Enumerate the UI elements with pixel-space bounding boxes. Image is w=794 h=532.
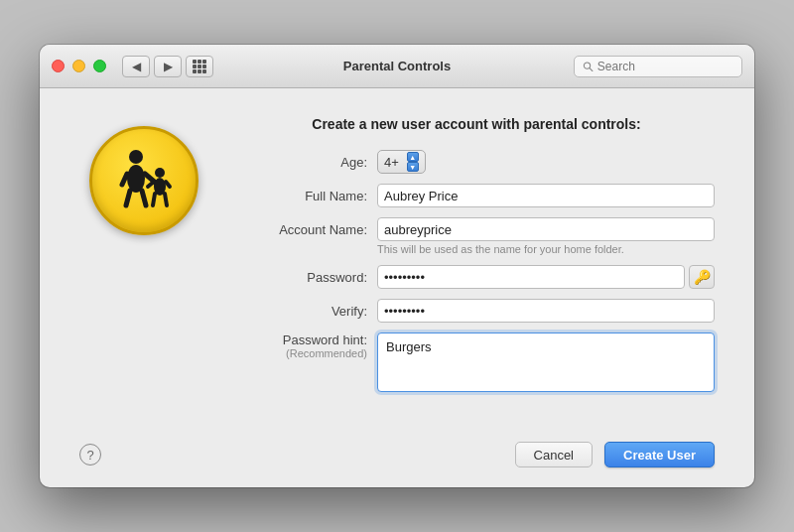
forward-button[interactable]: ▶ xyxy=(154,56,182,77)
form-heading: Create a new user account with parental … xyxy=(238,116,715,132)
hint-sub-label: (Recommended) xyxy=(238,347,367,359)
search-icon xyxy=(583,61,594,72)
svg-line-11 xyxy=(165,194,167,205)
age-stepper[interactable]: ▲ ▼ xyxy=(407,152,419,172)
hint-row: Password hint: (Recommended) Burgers xyxy=(238,332,715,392)
svg-line-7 xyxy=(122,174,127,185)
window-title: Parental Controls xyxy=(343,59,451,73)
account-row: Account Name: xyxy=(238,217,715,241)
content: Create a new user account with parental … xyxy=(40,88,754,430)
svg-line-1 xyxy=(590,67,593,70)
svg-line-4 xyxy=(126,191,130,205)
password-input[interactable] xyxy=(377,265,685,289)
age-selector[interactable]: 4+ ▲ ▼ xyxy=(377,150,426,174)
account-label: Account Name: xyxy=(238,222,377,237)
close-button[interactable] xyxy=(52,60,65,72)
fullname-row: Full Name: xyxy=(238,184,715,207)
svg-line-12 xyxy=(148,182,154,187)
parental-icon-container xyxy=(79,116,208,402)
window: ◀ ▶ Parental Controls xyxy=(40,45,754,487)
svg-line-5 xyxy=(142,191,146,205)
svg-line-13 xyxy=(166,182,170,187)
form: Create a new user account with parental … xyxy=(238,116,715,402)
parental-controls-icon xyxy=(89,126,198,235)
grid-icon xyxy=(193,60,206,73)
age-value: 4+ xyxy=(384,155,399,170)
minimize-button[interactable] xyxy=(72,60,85,72)
hint-label-block: Password hint: (Recommended) xyxy=(238,332,377,359)
create-user-button[interactable]: Create User xyxy=(604,442,715,467)
age-row: Age: 4+ ▲ ▼ xyxy=(238,150,715,174)
age-decrement[interactable]: ▼ xyxy=(407,162,419,172)
verify-row: Verify: xyxy=(238,299,715,323)
nav-buttons: ◀ ▶ xyxy=(122,56,182,77)
parental-svg xyxy=(104,141,184,220)
search-input[interactable] xyxy=(597,60,733,73)
cancel-button[interactable]: Cancel xyxy=(515,442,593,467)
back-button[interactable]: ◀ xyxy=(122,56,150,77)
verify-input[interactable] xyxy=(377,299,715,323)
fullname-label: Full Name: xyxy=(238,189,377,203)
hint-input[interactable]: Burgers xyxy=(377,332,715,392)
maximize-button[interactable] xyxy=(93,60,106,72)
password-label: Password: xyxy=(238,270,377,285)
password-row: Password: 🔑 xyxy=(238,265,715,289)
account-input[interactable] xyxy=(377,217,715,241)
hint-main-label: Password hint: xyxy=(238,332,367,347)
grid-menu-button[interactable] xyxy=(186,56,213,77)
svg-point-8 xyxy=(155,168,165,178)
verify-label: Verify: xyxy=(238,304,377,319)
password-wrap: 🔑 xyxy=(377,265,715,289)
traffic-lights xyxy=(52,60,106,72)
titlebar: ◀ ▶ Parental Controls xyxy=(40,45,754,88)
account-hint: This will be used as the name for your h… xyxy=(377,243,715,255)
svg-point-2 xyxy=(129,150,143,164)
help-button[interactable]: ? xyxy=(79,444,101,466)
fullname-input[interactable] xyxy=(377,184,715,207)
key-button[interactable]: 🔑 xyxy=(689,265,715,289)
svg-line-10 xyxy=(153,194,155,205)
age-increment[interactable]: ▲ xyxy=(407,152,419,162)
age-label: Age: xyxy=(238,155,377,170)
footer: ? Cancel Create User xyxy=(40,430,754,487)
search-box[interactable] xyxy=(574,56,742,77)
